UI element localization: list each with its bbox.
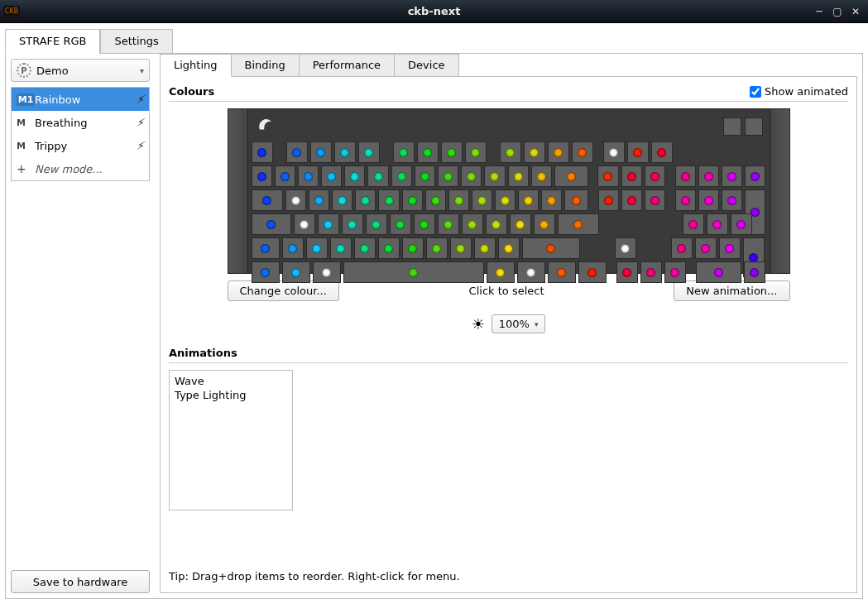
key[interactable] [522,237,580,259]
key[interactable] [441,141,463,163]
mode-item[interactable]: M1 Rainbow ⚡ [12,88,149,111]
key[interactable] [252,261,280,283]
key[interactable] [621,165,642,187]
key[interactable] [572,141,593,163]
new-animation-button[interactable]: New animation... [674,280,789,301]
key[interactable] [282,237,304,259]
indicator-led-2[interactable] [745,117,763,136]
key[interactable] [578,261,607,283]
key[interactable] [495,189,516,211]
key[interactable] [298,165,319,187]
key[interactable] [640,261,662,283]
animation-item[interactable]: Wave [173,374,289,388]
key[interactable] [358,141,380,163]
key[interactable] [487,261,515,283]
key[interactable] [675,165,696,187]
key[interactable] [722,189,742,211]
key[interactable] [518,189,539,211]
subtab-performance[interactable]: Performance [299,54,395,77]
key[interactable] [683,213,704,235]
key[interactable] [342,213,363,235]
key[interactable] [498,237,520,259]
key[interactable] [285,189,306,211]
key[interactable] [282,261,310,283]
key[interactable] [651,141,673,163]
key[interactable] [367,165,388,187]
key[interactable] [391,165,412,187]
key[interactable] [695,237,717,259]
key[interactable] [309,189,329,211]
keyboard-preview[interactable] [228,108,790,274]
key[interactable] [597,165,618,187]
key[interactable] [448,189,469,211]
minimize-button[interactable]: ─ [810,4,828,19]
key[interactable] [719,237,741,259]
key[interactable] [415,165,435,187]
key[interactable] [598,189,619,211]
key[interactable] [645,165,665,187]
subtab-lighting[interactable]: Lighting [160,54,232,77]
brightness-select[interactable]: 100% ▾ [492,314,546,333]
key[interactable] [334,141,356,163]
key[interactable] [603,141,625,163]
key[interactable] [461,165,482,187]
key[interactable] [332,189,352,211]
key[interactable] [510,213,531,235]
show-animated-label[interactable]: Show animated [765,85,848,98]
key[interactable] [645,189,665,211]
key[interactable] [425,189,446,211]
key[interactable] [252,165,272,187]
key[interactable] [343,261,484,283]
key[interactable] [621,189,642,211]
mode-item[interactable]: M Breathing ⚡ [12,111,149,134]
subtab-binding[interactable]: Binding [231,54,300,77]
key[interactable] [366,213,387,235]
key[interactable] [438,165,458,187]
key[interactable] [745,165,765,187]
animations-list[interactable]: WaveType Lighting [169,370,293,510]
key[interactable] [744,261,765,283]
key[interactable] [252,237,280,259]
key[interactable] [627,141,649,163]
mode-item[interactable]: M Trippy ⚡ [12,134,149,157]
key[interactable] [402,189,423,211]
key[interactable] [671,237,693,259]
key[interactable] [486,213,507,235]
key[interactable] [707,213,728,235]
key[interactable] [294,213,315,235]
key[interactable] [472,189,492,211]
key[interactable] [484,165,505,187]
key[interactable] [390,213,411,235]
key[interactable] [615,237,636,259]
key[interactable] [306,237,328,259]
key[interactable] [698,189,719,211]
key[interactable] [402,237,424,259]
key[interactable] [286,141,308,163]
key[interactable] [310,141,332,163]
change-colour-button[interactable]: Change colour... [228,280,339,301]
key[interactable] [675,189,696,211]
key[interactable] [450,237,472,259]
key[interactable] [517,261,545,283]
key[interactable] [465,141,487,163]
key[interactable] [426,237,448,259]
key[interactable] [355,189,376,211]
key[interactable] [393,141,415,163]
key[interactable] [554,165,588,187]
new-mode-button[interactable]: + New mode... [12,157,149,180]
key[interactable] [252,213,291,235]
key[interactable] [558,213,599,235]
key[interactable] [438,213,459,235]
profile-select[interactable]: P Demo ▾ [11,59,150,82]
key[interactable] [731,213,752,235]
key[interactable] [564,189,588,211]
key[interactable] [378,237,400,259]
key[interactable] [330,237,352,259]
key[interactable] [508,165,529,187]
key[interactable] [474,237,496,259]
key[interactable] [534,213,555,235]
key[interactable] [664,261,686,283]
key[interactable] [696,261,741,283]
key[interactable] [548,141,569,163]
subtab-device[interactable]: Device [394,54,458,77]
